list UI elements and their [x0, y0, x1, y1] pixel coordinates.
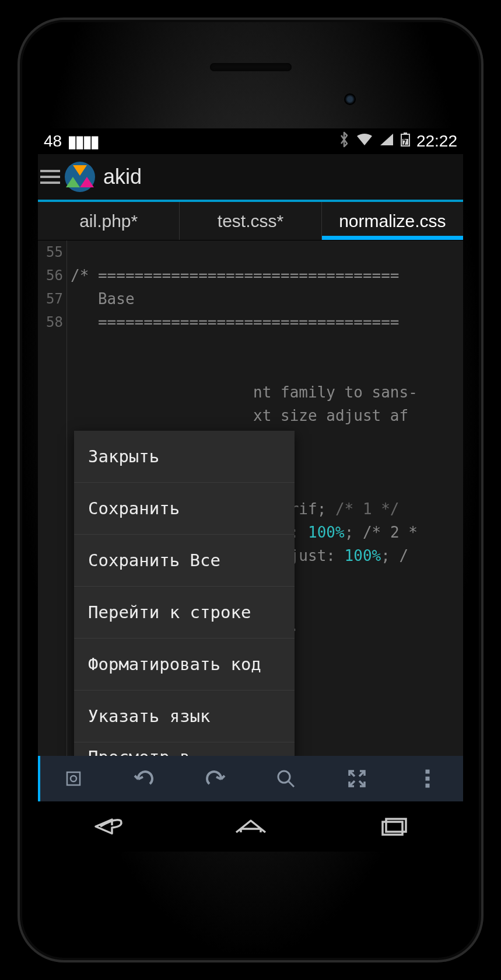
phone-frame: 48 ▮▮▮▮ 22:22 — [17, 18, 484, 962]
tab-file-1[interactable]: ail.php* — [38, 202, 180, 240]
front-camera — [344, 93, 356, 105]
clock: 22:22 — [416, 132, 457, 151]
menu-label: Перейти к строке — [88, 601, 251, 624]
redo-button[interactable] — [180, 756, 251, 801]
tab-label: ail.php* — [79, 211, 138, 231]
code-editor[interactable]: 55565758 /* ============================… — [38, 240, 463, 756]
hamburger-icon[interactable] — [40, 170, 60, 184]
svg-rect-11 — [426, 770, 429, 773]
overflow-icon — [425, 769, 430, 789]
redo-icon — [204, 769, 227, 789]
menu-label: Форматировать код — [88, 653, 261, 676]
recents-button[interactable] — [358, 812, 428, 841]
menu-label: Сохранить Все — [88, 549, 220, 572]
menu-save[interactable]: Сохранить — [74, 483, 295, 535]
menu-goto-line[interactable]: Перейти к строке — [74, 587, 295, 639]
battery-icon — [400, 132, 411, 151]
menu-label: Закрыть — [88, 445, 159, 468]
svg-point-5 — [278, 771, 290, 783]
menu-label: Указать язык — [88, 705, 211, 728]
action-bar: akid — [38, 154, 463, 202]
status-bar: 48 ▮▮▮▮ 22:22 — [38, 128, 463, 154]
notification-count: 48 — [44, 132, 62, 151]
tab-label: test.css* — [218, 211, 283, 231]
recents-icon — [372, 815, 413, 838]
tab-bar: ail.php* test.css* normalize.css — [38, 202, 463, 240]
expand-icon — [347, 769, 367, 789]
back-button[interactable] — [74, 812, 144, 841]
wifi-icon — [356, 132, 373, 151]
menu-format-code[interactable]: Форматировать код — [74, 639, 295, 690]
svg-point-4 — [71, 776, 76, 782]
bluetooth-icon — [338, 131, 350, 152]
gear-icon — [64, 769, 83, 789]
back-icon — [89, 815, 129, 838]
home-icon — [230, 815, 271, 838]
settings-button[interactable] — [38, 756, 109, 801]
tab-file-3[interactable]: normalize.css — [322, 202, 463, 240]
undo-button[interactable] — [109, 756, 180, 801]
screen: 48 ▮▮▮▮ 22:22 — [38, 128, 463, 852]
system-nav-bar — [38, 801, 463, 852]
menu-label: Сохранить — [88, 497, 180, 520]
menu-set-language[interactable]: Указать язык — [74, 690, 295, 742]
search-button[interactable] — [251, 756, 322, 801]
overflow-button[interactable] — [393, 756, 464, 801]
tab-file-2[interactable]: test.css* — [180, 202, 321, 240]
menu-label: Просмотр в браузере — [88, 745, 281, 756]
line-gutter: 55565758 — [38, 240, 67, 756]
undo-icon — [132, 769, 156, 789]
search-icon — [275, 768, 296, 789]
svg-rect-12 — [426, 777, 429, 780]
tab-label: normalize.css — [339, 211, 446, 231]
app-logo-icon[interactable] — [65, 162, 95, 192]
menu-save-all[interactable]: Сохранить Все — [74, 535, 295, 587]
menu-preview-browser[interactable]: Просмотр в браузере — [74, 742, 295, 756]
app-title: akid — [103, 165, 142, 189]
menu-close[interactable]: Закрыть — [74, 431, 295, 483]
svg-rect-1 — [404, 132, 407, 134]
editor-toolbar — [38, 756, 463, 801]
home-button[interactable] — [216, 812, 286, 841]
context-menu: Закрыть Сохранить Сохранить Все Перейти … — [74, 431, 295, 756]
svg-rect-3 — [67, 772, 80, 785]
svg-rect-13 — [426, 784, 429, 787]
notification-icon: ▮▮▮▮ — [68, 132, 98, 151]
signal-icon — [379, 132, 394, 151]
svg-line-6 — [289, 782, 294, 787]
fullscreen-button[interactable] — [321, 756, 393, 801]
earpiece — [210, 63, 292, 71]
